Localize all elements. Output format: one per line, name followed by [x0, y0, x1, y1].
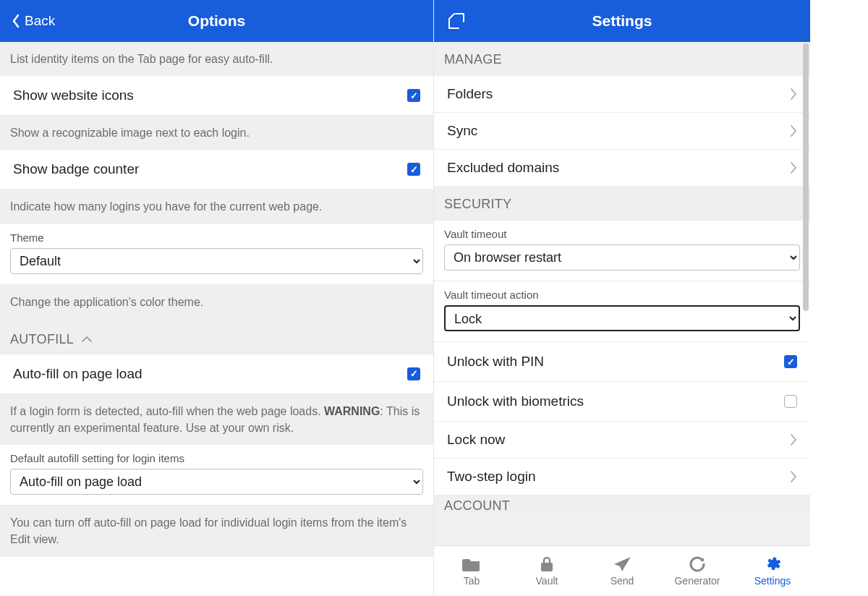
default-autofill-label: Default autofill setting for login items	[10, 452, 423, 464]
chevron-right-icon	[790, 88, 797, 101]
lock-now-row[interactable]: Lock now	[434, 422, 810, 459]
account-section-header: ACCOUNT	[434, 495, 810, 514]
tab-generator[interactable]: Generator	[660, 546, 735, 596]
svg-rect-1	[541, 563, 553, 571]
security-section-header: SECURITY	[434, 187, 810, 221]
folders-label: Folders	[447, 86, 493, 102]
autofill-page-load-row[interactable]: Auto-fill on page load	[0, 354, 433, 394]
excluded-domains-label: Excluded domains	[447, 160, 559, 176]
settings-scroll[interactable]: MANAGE Folders Sync Excluded domains SEC…	[434, 42, 810, 545]
theme-label: Theme	[10, 231, 423, 244]
autofill-section-header[interactable]: AUTOFILL	[0, 319, 433, 354]
two-step-login-label: Two-step login	[447, 469, 536, 485]
lock-icon	[537, 555, 557, 573]
chevron-left-icon	[12, 14, 20, 28]
tab-vault-label: Vault	[536, 575, 558, 587]
chevron-up-icon	[81, 336, 93, 343]
sync-label: Sync	[447, 123, 477, 139]
chevron-right-icon	[790, 124, 797, 137]
tab-vault[interactable]: Vault	[509, 546, 584, 596]
unlock-with-biometrics-checkbox[interactable]	[784, 395, 797, 408]
settings-title: Settings	[434, 12, 810, 30]
chevron-right-icon	[790, 433, 797, 446]
theme-row: Theme Default	[0, 224, 433, 285]
folder-icon	[461, 555, 482, 573]
unlock-with-pin-checkbox[interactable]	[784, 355, 797, 368]
svg-line-0	[449, 14, 454, 19]
vault-timeout-action-row: Vault timeout action Lock	[434, 281, 810, 342]
tab-send-label: Send	[610, 575, 634, 587]
show-website-icons-help: Show a recognizable image next to each l…	[0, 116, 433, 150]
popout-button[interactable]	[434, 0, 479, 42]
tab-generator-label: Generator	[674, 575, 720, 587]
show-badge-counter-help: Indicate how many logins you have for th…	[0, 190, 433, 224]
tab-send[interactable]: Send	[584, 546, 660, 596]
default-autofill-select[interactable]: Auto-fill on page load	[10, 469, 423, 495]
unlock-with-pin-row[interactable]: Unlock with PIN	[434, 342, 810, 382]
show-badge-counter-row[interactable]: Show badge counter	[0, 150, 433, 190]
bottom-tabbar: Tab Vault Send Generator Settings	[434, 545, 810, 596]
autofill-page-load-label: Auto-fill on page load	[13, 366, 142, 382]
chevron-right-icon	[790, 161, 797, 174]
show-badge-counter-label: Show badge counter	[13, 161, 139, 177]
show-website-icons-row[interactable]: Show website icons	[0, 76, 433, 116]
unlock-with-biometrics-label: Unlock with biometrics	[447, 393, 584, 409]
theme-select[interactable]: Default	[10, 248, 423, 274]
back-button[interactable]: Back	[0, 0, 67, 42]
autofill-section-label: AUTOFILL	[10, 332, 74, 347]
default-autofill-row: Default autofill setting for login items…	[0, 445, 433, 506]
options-scroll[interactable]: List identity items on the Tab page for …	[0, 42, 433, 596]
vault-timeout-row: Vault timeout On browser restart	[434, 221, 810, 281]
theme-help: Change the application's color theme.	[0, 285, 433, 319]
paper-plane-icon	[612, 555, 632, 573]
vault-timeout-label: Vault timeout	[444, 228, 800, 240]
gear-icon	[762, 555, 783, 573]
autofill-page-load-help: If a login form is detected, auto-fill w…	[0, 394, 433, 445]
options-panel: Back Options List identity items on the …	[0, 0, 434, 596]
identity-help: List identity items on the Tab page for …	[0, 42, 433, 76]
popout-icon	[447, 12, 466, 30]
settings-header: Settings	[434, 0, 810, 42]
show-website-icons-label: Show website icons	[13, 88, 134, 103]
show-badge-counter-checkbox[interactable]	[407, 163, 420, 176]
vault-timeout-action-select[interactable]: Lock	[444, 305, 800, 331]
tab-tab-label: Tab	[464, 575, 480, 587]
folders-row[interactable]: Folders	[434, 76, 810, 113]
settings-panel: Settings MANAGE Folders Sync Excluded do…	[434, 0, 810, 596]
refresh-icon	[687, 555, 707, 573]
autofill-page-load-checkbox[interactable]	[407, 367, 420, 380]
vault-timeout-select[interactable]: On browser restart	[444, 244, 800, 271]
unlock-with-pin-label: Unlock with PIN	[447, 354, 544, 370]
tab-tab[interactable]: Tab	[434, 546, 509, 596]
vault-timeout-action-label: Vault timeout action	[444, 289, 800, 301]
tab-settings-label: Settings	[754, 575, 791, 587]
tab-settings[interactable]: Settings	[735, 546, 810, 596]
sync-row[interactable]: Sync	[434, 113, 810, 150]
default-autofill-help: You can turn off auto-fill on page load …	[0, 506, 433, 556]
options-header: Back Options	[0, 0, 433, 42]
two-step-login-row[interactable]: Two-step login	[434, 459, 810, 495]
back-label: Back	[25, 13, 55, 29]
lock-now-label: Lock now	[447, 432, 505, 448]
show-website-icons-checkbox[interactable]	[407, 89, 420, 102]
chevron-right-icon	[790, 470, 797, 483]
excluded-domains-row[interactable]: Excluded domains	[434, 150, 810, 187]
manage-section-header: MANAGE	[434, 42, 810, 76]
unlock-with-biometrics-row[interactable]: Unlock with biometrics	[434, 382, 810, 422]
